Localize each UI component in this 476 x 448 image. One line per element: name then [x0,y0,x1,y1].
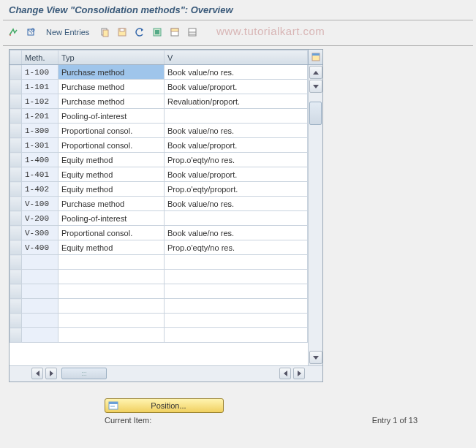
cell-meth[interactable]: V-400 [22,240,58,255]
cell-typ[interactable] [58,314,165,328]
select-all-header[interactable] [10,50,22,65]
hscroll-left-1[interactable] [31,368,43,379]
table-row[interactable] [10,270,308,284]
table-row[interactable]: 1-402Equity methodProp.o'eqty/proport. [10,182,308,197]
cell-typ[interactable]: Purchase method [58,65,165,80]
row-selector[interactable] [10,109,22,124]
cell-typ[interactable]: Proportional consol. [58,124,165,138]
cell-typ[interactable]: Pooling-of-interest [58,211,165,226]
cell-var[interactable]: Revaluation/proport. [165,94,308,109]
cell-var[interactable]: Book value/proport. [165,167,308,182]
cell-var[interactable] [165,299,308,314]
hscroll-right-1[interactable] [45,368,57,379]
cell-meth[interactable]: 1-300 [22,124,58,138]
table-row[interactable] [10,299,308,314]
row-selector[interactable] [10,270,22,284]
col-typ-header[interactable]: Typ [58,50,165,65]
cell-meth[interactable]: 1-402 [22,182,58,197]
cell-typ[interactable]: Proportional consol. [58,138,165,153]
scroll-up-button[interactable] [309,66,322,79]
cell-var[interactable]: Book value/proport. [165,80,308,94]
cell-typ[interactable]: Equity method [58,182,165,197]
cell-typ[interactable]: Equity method [58,240,165,255]
row-selector[interactable] [10,255,22,270]
cell-typ[interactable]: Pooling-of-interest [58,109,165,124]
cell-meth[interactable] [22,328,58,343]
other-view-button[interactable] [6,25,20,39]
cell-meth[interactable]: 1-301 [22,138,58,153]
row-selector[interactable] [10,153,22,167]
table-row[interactable]: 1-400Equity methodProp.o'eqty/no res. [10,153,308,167]
table-row[interactable] [10,314,308,328]
hscroll-thumb-1[interactable]: ::: [61,368,107,379]
row-selector[interactable] [10,197,22,211]
cell-var[interactable]: Book value/no res. [165,124,308,138]
select-all-button[interactable] [150,25,165,39]
cell-var[interactable] [165,284,308,299]
cell-var[interactable]: Prop.o'eqty/no res. [165,240,308,255]
table-row[interactable]: 1-301Proportional consol.Book value/prop… [10,138,308,153]
cell-var[interactable]: Book value/no res. [165,65,308,80]
cell-meth[interactable] [22,299,58,314]
cell-var[interactable] [165,211,308,226]
new-entries-button[interactable]: New Entries [41,25,94,39]
row-selector[interactable] [10,284,22,299]
row-selector[interactable] [10,167,22,182]
row-selector[interactable] [10,240,22,255]
cell-meth[interactable]: 1-101 [22,80,58,94]
table-row[interactable] [10,284,308,299]
cell-typ[interactable]: Purchase method [58,80,165,94]
cell-typ[interactable]: Purchase method [58,197,165,211]
cell-var[interactable] [165,270,308,284]
copy-button[interactable] [97,25,112,39]
cell-meth[interactable] [22,314,58,328]
cell-meth[interactable]: 1-201 [22,109,58,124]
vscroll-track[interactable] [309,94,322,351]
table-row[interactable]: 1-201Pooling-of-interest [10,109,308,124]
cell-var[interactable]: Prop.o'eqty/no res. [165,153,308,167]
row-selector[interactable] [10,211,22,226]
cell-var[interactable] [165,328,308,343]
cell-typ[interactable]: Equity method [58,153,165,167]
cell-meth[interactable]: 1-401 [22,167,58,182]
table-row[interactable] [10,328,308,343]
save-button[interactable] [115,25,129,39]
cell-meth[interactable]: V-200 [22,211,58,226]
row-selector[interactable] [10,94,22,109]
row-selector[interactable] [10,314,22,328]
cell-var[interactable] [165,255,308,270]
cell-meth[interactable]: 1-102 [22,94,58,109]
hscroll-left-2[interactable] [279,368,291,379]
table-row[interactable] [10,255,308,270]
deselect-all-button[interactable] [185,25,200,39]
vscroll-thumb[interactable] [309,102,322,125]
cell-typ[interactable]: Purchase method [58,94,165,109]
cell-var[interactable] [165,109,308,124]
cell-meth[interactable] [22,270,58,284]
col-meth-header[interactable]: Meth. [22,50,58,65]
table-row[interactable]: V-300Proportional consol.Book value/no r… [10,226,308,240]
cell-meth[interactable]: 1-100 [22,65,58,80]
cell-meth[interactable] [22,255,58,270]
table-row[interactable]: V-100Purchase methodBook value/no res. [10,197,308,211]
cell-typ[interactable]: Proportional consol. [58,226,165,240]
cell-typ[interactable]: Equity method [58,167,165,182]
cell-typ[interactable] [58,255,165,270]
display-toggle-button[interactable] [23,25,38,39]
row-selector[interactable] [10,65,22,80]
row-selector[interactable] [10,226,22,240]
cell-var[interactable]: Book value/proport. [165,138,308,153]
row-selector[interactable] [10,138,22,153]
row-selector[interactable] [10,299,22,314]
cell-typ[interactable] [58,270,165,284]
row-selector[interactable] [10,124,22,138]
cell-var[interactable]: Book value/no res. [165,226,308,240]
column-config-button[interactable] [308,50,322,65]
table-row[interactable]: V-200Pooling-of-interest [10,211,308,226]
table-row[interactable]: 1-401Equity methodBook value/proport. [10,167,308,182]
cell-typ[interactable] [58,284,165,299]
row-selector[interactable] [10,182,22,197]
select-block-button[interactable] [167,25,182,39]
cell-var[interactable]: Prop.o'eqty/proport. [165,182,308,197]
cell-var[interactable]: Book value/no res. [165,197,308,211]
